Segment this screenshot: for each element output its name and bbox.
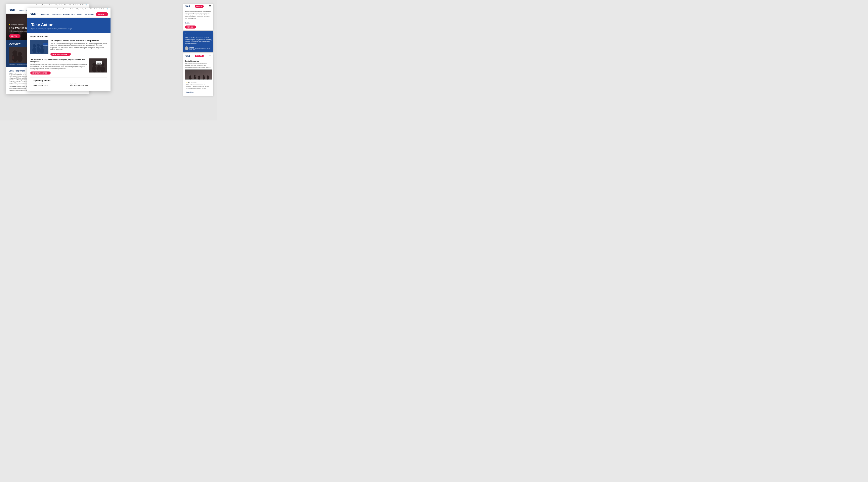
svg-rect-45	[45, 46, 45, 51]
event-date-1: February 28, 2025	[34, 83, 68, 85]
ukraine-mini-badge-label: War in Ukraine	[188, 82, 196, 83]
sidebar-hias-logo-1: HIAS.	[185, 5, 190, 7]
action-body-2: We're appalled that President Trump has …	[30, 64, 87, 69]
author-info: Angela Economic Inclusion Program Partic…	[189, 46, 212, 50]
svg-rect-53	[96, 61, 102, 64]
register-link[interactable]: Register	[185, 22, 191, 24]
view-all-button[interactable]: VIEW ALL	[185, 26, 196, 29]
crisis-card-header: HIAS. DONATE	[183, 54, 213, 59]
event-card-2: May 5, 2025 JPAC Capitol Summit 2025	[70, 83, 104, 87]
ta-nav-what[interactable]: What We Do	[52, 13, 61, 15]
author-title: Economic Inclusion Program Participant i…	[189, 48, 212, 50]
ta-search-icon[interactable]: 🔍	[106, 8, 108, 10]
svg-point-36	[33, 44, 36, 47]
ta-nav-emergency[interactable]: Emergency Response	[57, 8, 69, 10]
svg-point-47	[92, 63, 96, 66]
nav-main-ta: HIAS. Who Are We What We Do Where We Wor…	[27, 11, 111, 18]
action-body-1: The U.S. Refugee Admissions Program has …	[51, 43, 107, 51]
hamburger-line-3	[209, 7, 211, 7]
ta-nav-latest[interactable]: Latest	[77, 13, 82, 15]
hamburger-line-2	[209, 6, 211, 7]
action-text-2: Tell President Trump: We stand with refu…	[30, 59, 87, 74]
action-item-2: Tell President Trump: We stand with refu…	[30, 59, 107, 74]
take-action-title: Take Action	[31, 23, 106, 27]
ta-nav-where[interactable]: Where We Work	[63, 13, 75, 15]
ta-nav-how[interactable]: How to Help	[84, 13, 94, 15]
action-title-2: Tell President Trump: We stand with refu…	[30, 59, 87, 63]
action-image-1: REFUGEE WELCOME	[30, 40, 49, 54]
send-message-button-1[interactable]: SEND YOUR MESSAGE →	[51, 53, 71, 56]
event-title-1: HIAS' Seventh Annual	[34, 85, 68, 87]
crisis-response-card: HIAS. DONATE Crisis Response HIAS uphold…	[183, 54, 213, 96]
sidebar-events-text: lawmakers and activists, practice and pa…	[185, 10, 212, 20]
overview-image	[9, 47, 29, 63]
hero-donate-button[interactable]: DONATE →	[9, 34, 21, 38]
svg-point-37	[32, 47, 36, 53]
testimonial-text: HIAS was the first place where I receive…	[185, 37, 212, 45]
svg-rect-56	[99, 64, 99, 68]
nav-top-language[interactable]: English	[80, 4, 84, 6]
sidebar-card-events-header: HIAS. DONATE	[183, 4, 213, 9]
overview-svg	[9, 47, 29, 63]
crisis-donate-btn[interactable]: DONATE	[195, 55, 204, 57]
nav-top-emergency[interactable]: Emergency Response	[36, 4, 48, 6]
crisis-hamburger-line-3	[209, 57, 211, 57]
svg-point-52	[101, 66, 105, 72]
quote-mark: "	[185, 33, 212, 36]
take-action-hero: Take Action Speak up for refugees, asylu…	[27, 18, 111, 33]
events-grid: February 28, 2025 HIAS' Seventh Annual M…	[34, 83, 104, 87]
sidebar-hias-logo-2: HIAS.	[185, 55, 190, 57]
learn-more-link[interactable]: Learn More	[186, 91, 194, 93]
svg-text:REFUGEES: REFUGEES	[97, 62, 101, 63]
svg-text:REFUGEE: REFUGEE	[43, 43, 48, 44]
crisis-response-title: Crisis Response	[185, 60, 212, 62]
crisis-card-body: Crisis Response HIAS upholds its commitm…	[183, 59, 213, 96]
nav-top-contact[interactable]: Contact Us	[73, 4, 79, 6]
hamburger-line-1	[209, 5, 211, 6]
emergency-label: Emergency Response	[11, 24, 24, 25]
ta-nav-who[interactable]: Who Are We	[40, 13, 50, 15]
hias-logo-ta: HIAS.	[30, 12, 38, 16]
hamburger-menu-1[interactable]	[208, 5, 212, 8]
ukraine-mini-dot	[186, 82, 187, 83]
ukraine-mini-badge: War in Ukraine	[186, 82, 210, 83]
take-action-subtitle: Speak up for refugees, asylum seekers, a…	[31, 28, 106, 30]
ta-nav-language[interactable]: English	[101, 8, 105, 10]
svg-rect-42	[43, 43, 48, 46]
svg-point-38	[37, 44, 40, 47]
emergency-badge: Emergency Response	[9, 24, 24, 25]
svg-point-51	[101, 63, 104, 66]
event-card-1: February 28, 2025 HIAS' Seventh Annual	[34, 83, 68, 87]
event-title-2: JPAC Capitol Summit 2025	[70, 85, 104, 87]
page-container: Emergency Response Center for Refugee Po…	[0, 0, 217, 121]
ta-nav-center[interactable]: Center for Refugee Policy	[70, 8, 84, 10]
ways-to-act-title: Ways to Act Now	[30, 35, 107, 38]
sidebar-card-events: HIAS. DONATE lawmakers and activists, pr…	[183, 4, 213, 30]
nav-top-refugee-center[interactable]: Center for Refugee Policy	[49, 4, 63, 6]
send-message-button-2[interactable]: SEND YOUR MESSAGE →	[30, 71, 51, 74]
action-item-1: REFUGEE WELCOME Tell Congress: Resume cr…	[30, 40, 107, 56]
ta-nav-contact[interactable]: Contact Us	[94, 8, 100, 10]
hamburger-menu-2[interactable]	[208, 55, 212, 58]
ta-donate-button[interactable]: DONATE →	[96, 12, 108, 16]
window-take-action: Emergency Response Center for Refugee Po…	[27, 8, 111, 91]
svg-point-39	[37, 47, 40, 53]
crisis-svg	[185, 69, 212, 79]
protest-svg-2: REFUGEES WELCOME	[89, 59, 107, 72]
svg-rect-71	[191, 78, 192, 79]
svg-point-41	[40, 47, 44, 54]
window-sidebar: HIAS. DONATE lawmakers and activists, pr…	[183, 4, 213, 96]
sidebar-donate-btn-1[interactable]: DONATE	[195, 5, 204, 8]
svg-rect-28	[12, 57, 14, 59]
action-img-inner-2: REFUGEES WELCOME	[89, 59, 107, 72]
events-section: Upcoming Events February 28, 2025 HIAS' …	[30, 77, 107, 89]
search-icon[interactable]: 🔍	[85, 4, 87, 6]
ta-nav-faqs[interactable]: Refugee FAQs	[85, 8, 93, 10]
nav-top-faqs[interactable]: Refugee FAQs	[64, 4, 72, 6]
action-text-1: Tell Congress: Resume critical humanitar…	[51, 40, 107, 56]
nav-top-bar-ukraine: Emergency Response Center for Refugee Po…	[6, 4, 89, 7]
svg-point-48	[92, 66, 96, 72]
hias-logo-ukraine: HIAS.	[8, 8, 17, 12]
crisis-hamburger-line-2	[209, 56, 211, 56]
crisis-hamburger-line-1	[209, 55, 211, 56]
